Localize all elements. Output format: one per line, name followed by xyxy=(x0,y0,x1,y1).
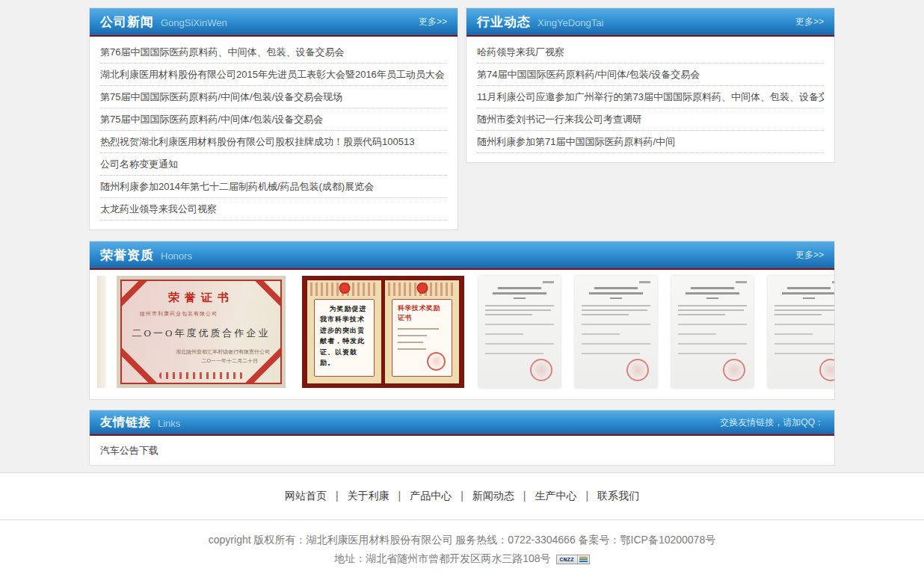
right-page-panel: 科学技术奖励证书 xyxy=(392,299,452,377)
industry-news-item[interactable]: 11月利康公司应邀参加广州举行的第73届中国国际原料药、中间体、包装、设备交易会 xyxy=(477,86,824,108)
cnzz-badge-label: CNZZ xyxy=(557,555,577,564)
certificate-photo-document[interactable] xyxy=(768,276,834,388)
industry-news-title: 行业动态 xyxy=(477,13,531,31)
fine-print-lines xyxy=(398,328,446,350)
cnzz-stripes-icon xyxy=(577,555,589,564)
certificate-photo-honor[interactable]: 荣誉证书 随州市利康药业包装有限公司 二O一O年度优质合作企业 湖北随州曾都汇丰… xyxy=(117,276,286,388)
red-stamp-icon xyxy=(530,359,552,381)
honors-header: 荣誉资质 Honors 更多>> xyxy=(90,241,834,270)
links-list: 汽车公告下载 xyxy=(90,436,834,465)
document-field-lines xyxy=(678,324,747,354)
panel-company-news: 公司新闻 GongSiXinWen 更多>> 第76届中国国际医药原料药、中间体… xyxy=(89,7,458,230)
document-paragraph-lines xyxy=(582,305,650,315)
company-news-item[interactable]: 太龙药业领导来我公司视察 xyxy=(100,198,447,220)
national-emblem-icon xyxy=(416,283,428,294)
honor-certificate-issuer: 湖北随州曾都汇丰村镇银行有限责任公司 xyxy=(122,348,280,356)
honors-title: 荣誉资质 xyxy=(100,247,154,264)
award-certificate-title: 科学技术奖励证书 xyxy=(398,303,446,323)
address-text: 地址：湖北省随州市曾都开发区两水三路108号 xyxy=(334,552,550,566)
document-code xyxy=(639,281,650,283)
honor-certificate-date: 二O一一年十二月二十日 xyxy=(122,357,280,365)
industry-news-item[interactable]: 哈药领导来我厂视察 xyxy=(477,41,824,64)
company-news-item[interactable]: 公司名称变更通知 xyxy=(100,153,447,176)
footer-nav-link[interactable]: 关于利康 xyxy=(348,490,410,503)
honor-certificate-paper: 荣誉证书 随州市利康药业包装有限公司 二O一O年度优质合作企业 湖北随州曾都汇丰… xyxy=(120,280,282,384)
footer-nav-band: 网站首页关于利康产品中心新闻动态生产中心联系我们 xyxy=(0,472,924,520)
company-news-list: 第76届中国国际医药原料药、中间体、包装、设备交易会湖北利康医用材料股份有限公司… xyxy=(90,37,458,229)
award-citation-text: 为奖励促进我市科学技术进步的突出贡献者，特发此证、以资鼓励。 xyxy=(320,303,369,368)
document-code xyxy=(543,281,554,283)
honor-certificate-body: 二O一O年度优质合作企业 xyxy=(122,327,280,340)
document-heading-lines xyxy=(774,287,834,299)
panel-industry-news: 行业动态 XingYeDongTai 更多>> 哈药领导来我厂视察第74届中国国… xyxy=(466,7,835,163)
award-book-right-page: 科学技术奖励证书 xyxy=(385,280,459,383)
document-heading-lines xyxy=(485,287,554,299)
friend-link[interactable]: 汽车公告下载 xyxy=(100,444,158,457)
company-news-item[interactable]: 第75届中国国际医药原料药/中间体/包装/设备交易会现场 xyxy=(100,86,447,108)
flourish-decoration xyxy=(159,372,243,379)
industry-news-item[interactable]: 随州市委刘书记一行来我公司考查调研 xyxy=(477,108,824,131)
footer-nav-link[interactable]: 联系我们 xyxy=(597,490,639,503)
document-field-lines xyxy=(582,324,650,354)
footer: copyright 版权所有：湖北利康医用材料股份有限公司 服务热线：0722-… xyxy=(0,520,924,584)
document-paragraph-lines xyxy=(485,305,554,315)
industry-news-more-link[interactable]: 更多>> xyxy=(795,16,824,28)
document-heading-lines xyxy=(678,287,747,299)
document-heading-lines xyxy=(582,287,650,299)
panel-links: 友情链接 Links 交换友情链接，请加QQ： 汽车公告下载 xyxy=(89,410,835,466)
links-title: 友情链接 xyxy=(100,415,151,431)
footer-nav-link[interactable]: 网站首页 xyxy=(285,490,348,503)
honor-certificate-title: 荣誉证书 xyxy=(122,291,280,305)
company-news-header: 公司新闻 GongSiXinWen 更多>> xyxy=(90,8,458,37)
links-subtitle: Links xyxy=(158,418,180,429)
cnzz-stats-badge[interactable]: CNZZ xyxy=(556,555,590,564)
document-field-lines xyxy=(485,324,554,354)
panel-honors: 荣誉资质 Honors 更多>> 荣誉证书 随州市利康药业包装有限公司 二O一O… xyxy=(89,241,835,400)
copyright-text: copyright 版权所有：湖北利康医用材料股份有限公司 服务热线：0722-… xyxy=(0,534,924,547)
document-paragraph-lines xyxy=(774,305,834,315)
company-news-more-link[interactable]: 更多>> xyxy=(419,16,447,28)
left-page-panel: 为奖励促进我市科学技术进步的突出贡献者，特发此证、以资鼓励。 xyxy=(314,299,375,377)
footer-nav-link[interactable]: 生产中心 xyxy=(535,490,597,503)
company-news-item[interactable]: 第75届中国国际医药原料药/中间体/包装/设备交易会 xyxy=(100,108,447,131)
company-news-item[interactable]: 第76届中国国际医药原料药、中间体、包装、设备交易会 xyxy=(100,41,447,64)
company-news-item[interactable]: 热烈祝贺湖北利康医用材料股份有限公司股权挂牌成功！股票代码100513 xyxy=(100,131,447,153)
national-emblem-icon xyxy=(339,283,350,294)
industry-news-subtitle: XingYeDongTai xyxy=(538,17,603,28)
honor-certificate-recipient: 随州市利康药业包装有限公司 xyxy=(140,310,280,318)
document-code xyxy=(736,281,747,283)
red-stamp-icon xyxy=(723,359,745,381)
company-news-item[interactable]: 湖北利康医用材料股份有限公司2015年先进员工表彰大会暨2016年员工动员大会 xyxy=(100,64,447,86)
award-book-left-page: 为奖励促进我市科学技术进步的突出贡献者，特发此证、以资鼓励。 xyxy=(307,280,381,383)
certificate-photo-document[interactable] xyxy=(478,276,561,388)
red-stamp-icon xyxy=(626,359,649,381)
company-news-title: 公司新闻 xyxy=(100,13,154,31)
red-stamp-icon xyxy=(819,359,834,381)
certificate-photo-award-book[interactable]: 为奖励促进我市科学技术进步的突出贡献者，特发此证、以资鼓励。 科学技术奖励证书 xyxy=(302,276,464,388)
industry-news-item[interactable]: 随州利康参加第71届中国国际医药原料药/中间 xyxy=(477,131,824,153)
certificate-photo-document[interactable] xyxy=(575,276,657,388)
links-header: 友情链接 Links 交换友情链接，请加QQ： xyxy=(90,410,834,436)
main-content-area: 公司新闻 GongSiXinWen 更多>> 第76届中国国际医药原料药、中间体… xyxy=(0,0,924,472)
honors-more-link[interactable]: 更多>> xyxy=(795,249,824,262)
company-news-subtitle: GongSiXinWen xyxy=(161,17,227,28)
footer-nav-link[interactable]: 新闻动态 xyxy=(472,490,535,503)
certificate-photo-partial xyxy=(97,276,106,388)
document-code xyxy=(832,281,834,283)
honors-subtitle: Honors xyxy=(161,250,192,262)
document-paragraph-lines xyxy=(678,305,747,315)
footer-nav-link[interactable]: 产品中心 xyxy=(410,490,472,503)
industry-news-header: 行业动态 XingYeDongTai 更多>> xyxy=(466,8,834,37)
links-exchange-note: 交换友情链接，请加QQ： xyxy=(720,416,824,429)
industry-news-item[interactable]: 第74届中国国际医药原料药/中间体/包装/设备交易会 xyxy=(477,64,824,86)
certificate-photo-document[interactable] xyxy=(671,276,754,388)
footer-nav: 网站首页关于利康产品中心新闻动态生产中心联系我们 xyxy=(285,490,639,503)
red-seal-icon xyxy=(427,352,446,371)
document-field-lines xyxy=(774,324,834,354)
company-news-item[interactable]: 随州利康参加2014年第七十二届制药机械/药品包装(成都)展览会 xyxy=(100,176,447,198)
industry-news-list: 哈药领导来我厂视察第74届中国国际医药原料药/中间体/包装/设备交易会11月利康… xyxy=(466,37,834,162)
honors-carousel: 荣誉证书 随州市利康药业包装有限公司 二O一O年度优质合作企业 湖北随州曾都汇丰… xyxy=(90,270,834,399)
